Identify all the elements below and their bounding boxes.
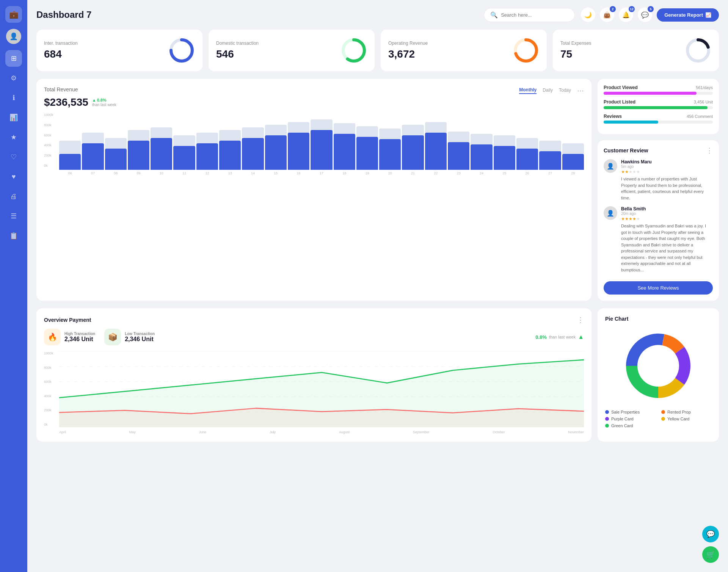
- legend-item-2: Purple Card: [605, 417, 655, 421]
- rev-bar-active-11: [311, 130, 332, 170]
- rev-bar-total-11: [311, 119, 332, 170]
- rev-bar-active-3: [128, 141, 149, 170]
- rev-bar-total-9: [265, 125, 287, 170]
- rev-x-label-0: 06: [59, 171, 81, 175]
- reviews-more-options[interactable]: ⋮: [706, 146, 713, 155]
- rev-bar-col-10: [288, 113, 309, 170]
- rev-bar-active-2: [105, 149, 127, 170]
- rev-bar-total-2: [105, 138, 127, 170]
- rev-bar-col-1: [82, 113, 104, 170]
- rev-x-label-17: 23: [448, 171, 469, 175]
- page-title: Dashboard 7: [36, 9, 478, 20]
- metric-row-1: Product Listed 3,456 Unit: [604, 99, 713, 109]
- rev-bar-col-12: [334, 113, 355, 170]
- search-box[interactable]: 🔍: [484, 8, 575, 22]
- revenue-title: Total Revenue: [44, 86, 78, 92]
- sidebar-item-heart-outline[interactable]: ♡: [5, 149, 22, 165]
- metric-fill-0: [604, 92, 697, 95]
- rev-x-label-8: 14: [242, 171, 264, 175]
- rev-bar-total-22: [562, 143, 584, 170]
- sidebar-item-analytics[interactable]: 📊: [5, 109, 22, 126]
- review-name-0: Hawkins Maru: [621, 159, 713, 165]
- metric-name-1: Product Listed: [604, 99, 635, 105]
- rev-bar-total-1: [82, 133, 104, 170]
- rev-bar-total-21: [539, 141, 561, 170]
- star-1-3: ★: [629, 216, 632, 221]
- low-transaction-icon: 📦: [104, 329, 121, 345]
- tab-monthly[interactable]: Monthly: [519, 87, 537, 94]
- payment-card: Overview Payment ⋮ 🔥 High Transaction 2,…: [36, 308, 592, 442]
- payment-more-options[interactable]: ⋮: [577, 316, 584, 324]
- rev-bar-active-0: [59, 154, 81, 170]
- metrics-card: Product Viewed 561/days Product Listed 3…: [598, 79, 719, 134]
- high-transaction-label: High Transaction: [64, 332, 95, 336]
- generate-report-button[interactable]: Generate Report 📈: [657, 8, 719, 22]
- sidebar-item-print[interactable]: 🖨: [5, 188, 22, 205]
- revenue-more-options[interactable]: ⋯: [577, 86, 584, 95]
- sidebar-item-info[interactable]: ℹ: [5, 89, 22, 106]
- wallet-btn[interactable]: 👜 2: [600, 8, 614, 22]
- stat-card-donut-2: [513, 37, 539, 64]
- rev-x-label-4: 10: [151, 171, 172, 175]
- metric-value-1: 3,456 Unit: [694, 100, 713, 104]
- notifications-btn[interactable]: 🔔 12: [619, 8, 633, 22]
- stat-card-value-3: 75: [560, 48, 591, 60]
- tab-today[interactable]: Today: [559, 88, 571, 94]
- rev-x-label-18: 24: [471, 171, 492, 175]
- search-input[interactable]: [501, 12, 568, 18]
- metric-fill-2: [604, 121, 658, 124]
- rev-bar-active-15: [402, 135, 424, 170]
- stat-card-label-3: Total Expenses: [560, 41, 591, 46]
- tab-daily[interactable]: Daily: [543, 88, 553, 94]
- main-content: Dashboard 7 🔍 🌙 👜 2 🔔 12 💬 5 Generate Re…: [27, 0, 728, 572]
- rev-bar-active-12: [334, 134, 355, 170]
- cart-float-button[interactable]: 🛒: [702, 546, 719, 563]
- rev-bar-active-14: [379, 139, 401, 170]
- dark-mode-toggle[interactable]: 🌙: [581, 8, 595, 22]
- sidebar-logo[interactable]: 💼: [5, 6, 22, 23]
- sidebar-item-doc[interactable]: 📋: [5, 227, 22, 244]
- pay-y-600k: 600k: [44, 380, 58, 384]
- stat-card-0: Inter. transaction 684: [36, 30, 202, 71]
- sidebar-item-heart[interactable]: ♥: [5, 168, 22, 185]
- sidebar-item-star[interactable]: ★: [5, 129, 22, 146]
- review-stars-1: ★★★★★: [621, 216, 713, 221]
- review-item-0: 👤 Hawkins Maru 5m ago ★★★★★ I viewed a n…: [604, 159, 713, 201]
- reviews-list: 👤 Hawkins Maru 5m ago ★★★★★ I viewed a n…: [604, 159, 713, 273]
- sidebar-item-settings[interactable]: ⚙: [5, 70, 22, 86]
- chat-float-button[interactable]: 💬: [702, 526, 719, 542]
- rev-bar-total-19: [494, 135, 515, 170]
- sidebar-item-dashboard[interactable]: ⊞: [5, 50, 22, 67]
- generate-report-label: Generate Report: [664, 12, 703, 18]
- messages-btn[interactable]: 💬 5: [638, 8, 652, 22]
- legend-dot-1: [661, 410, 665, 414]
- payment-change-arrow: ▲: [578, 334, 584, 340]
- sidebar-item-list[interactable]: ☰: [5, 208, 22, 224]
- stat-card-donut-0: [168, 37, 195, 64]
- rev-x-label-10: 16: [288, 171, 309, 175]
- sidebar-avatar[interactable]: 👤: [6, 29, 21, 44]
- rev-bar-col-3: [128, 113, 149, 170]
- y-label-800k: 800k: [44, 123, 58, 127]
- rev-x-label-21: 27: [539, 171, 561, 175]
- stat-card-1: Domestic transaction 546: [209, 30, 375, 71]
- metric-bar-1: [604, 106, 713, 109]
- metric-value-0: 561/days: [696, 85, 713, 90]
- rev-x-label-6: 12: [196, 171, 218, 175]
- review-avatar-0: 👤: [604, 159, 617, 173]
- see-more-reviews-button[interactable]: See More Reviews: [604, 281, 713, 295]
- stat-cards-row: Inter. transaction 684 Domestic transact…: [36, 30, 719, 71]
- pay-y-800k: 800k: [44, 366, 58, 370]
- rev-bar-col-0: [59, 113, 81, 170]
- review-time-1: 20m ago: [621, 212, 713, 216]
- rev-bar-active-16: [425, 133, 447, 170]
- rev-bar-active-18: [471, 144, 492, 170]
- pay-x-sep: September: [413, 430, 430, 434]
- y-label-1000k: 1000k: [44, 113, 58, 117]
- review-item-1: 👤 Bella Smith 20m ago ★★★★★ Dealing with…: [604, 206, 713, 273]
- pay-x-oct: October: [493, 430, 505, 434]
- review-content-0: Hawkins Maru 5m ago ★★★★★ I viewed a num…: [621, 159, 713, 201]
- legend-label-0: Sale Properties: [611, 410, 640, 414]
- rev-bar-col-21: [539, 113, 561, 170]
- revenue-card: Total Revenue Monthly Daily Today ⋯ $236…: [36, 79, 592, 301]
